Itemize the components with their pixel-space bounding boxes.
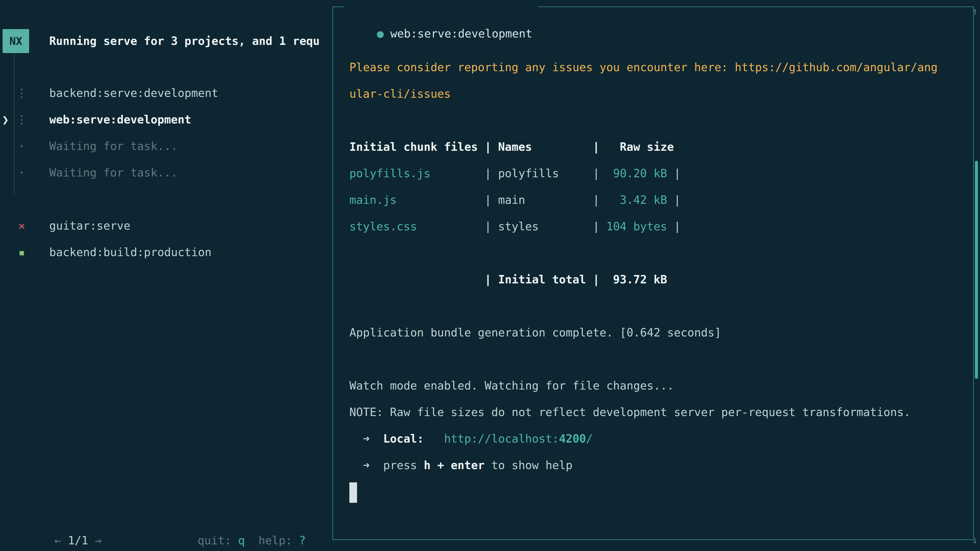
task-status-icon: ⋮ xyxy=(12,106,31,133)
terminal-line xyxy=(349,346,963,372)
terminal-line xyxy=(349,478,963,505)
task-item-backend-serve-development[interactable]: ⋮backend:serve:development xyxy=(0,80,332,106)
terminal-text: Please consider reporting any issues you… xyxy=(349,61,938,74)
terminal-text: styles.css xyxy=(349,220,417,233)
terminal-text: ➜ xyxy=(349,432,383,445)
nx-logo: NX xyxy=(3,29,29,53)
terminal-line: NOTE: Raw file sizes do not reflect deve… xyxy=(349,399,963,426)
terminal-text: 3.42 kB xyxy=(620,193,667,206)
keyboard-shortcuts: quit: q help: ? xyxy=(157,501,306,527)
panel-title-text: web:serve:development xyxy=(390,27,532,40)
panel-title: ●web:serve:development xyxy=(344,0,538,21)
terminal-text: | xyxy=(667,167,681,180)
page-indicator: 1/1 xyxy=(61,534,95,547)
terminal-text: | xyxy=(667,193,681,206)
task-label: web:serve:development xyxy=(49,113,191,126)
terminal-text: 104 bytes xyxy=(606,220,667,233)
terminal-text: h + enter xyxy=(424,459,484,472)
task-label: Waiting for task... xyxy=(49,140,178,152)
terminal-text: polyfills.js xyxy=(349,167,431,180)
task-list: ⋮backend:serve:development❯⋮web:serve:de… xyxy=(0,80,332,265)
quit-key: q xyxy=(238,534,245,547)
terminal-line: ➜ Local: http://localhost:4200/ xyxy=(349,426,963,452)
scrollbar-thumb[interactable] xyxy=(975,161,978,379)
task-status-icon: ✕ xyxy=(12,213,31,239)
terminal-text: ular-cli/issues xyxy=(349,87,451,100)
task-label: guitar:serve xyxy=(49,219,130,232)
help-label: help: xyxy=(259,534,299,547)
quit-label: quit: xyxy=(197,534,238,547)
run-summary-title: Running serve for 3 projects, and 1 requ xyxy=(49,28,320,54)
local-url-link[interactable]: / xyxy=(586,432,593,445)
terminal-line: Watch mode enabled. Watching for file ch… xyxy=(349,372,963,399)
nx-tui-terminal: { "logo": { "text": "NX" }, "header": { … xyxy=(0,0,980,551)
terminal-text: | polyfills | xyxy=(431,167,613,180)
terminal-line xyxy=(349,240,963,266)
terminal-line xyxy=(349,107,963,134)
task-item-waiting-for-task[interactable]: ·Waiting for task... xyxy=(0,159,332,186)
task-sidebar: NX Running serve for 3 projects, and 1 r… xyxy=(0,0,332,551)
local-url-link[interactable]: 4200 xyxy=(559,432,586,445)
terminal-text: | main | xyxy=(396,193,620,206)
scroll-down-arrow-icon[interactable]: ↓ xyxy=(970,529,980,551)
terminal-line xyxy=(349,293,963,319)
task-status-icon: ▪ xyxy=(12,239,31,265)
task-item-web-serve-development[interactable]: ❯⋮web:serve:development xyxy=(0,106,332,133)
task-label: Waiting for task... xyxy=(49,166,178,179)
status-dot-icon: ● xyxy=(377,27,384,40)
task-item-guitar-serve[interactable]: ✕guitar:serve xyxy=(0,213,332,239)
terminal-text: Local: xyxy=(383,432,424,445)
terminal-text: 90.20 kB xyxy=(613,167,667,180)
task-label: backend:serve:development xyxy=(49,86,218,100)
terminal-line: ular-cli/issues xyxy=(349,81,963,107)
terminal-text xyxy=(424,432,444,445)
task-label: backend:build:production xyxy=(49,246,212,259)
terminal-text: | Initial total | 93.72 kB xyxy=(349,273,667,286)
task-status-icon: ⋮ xyxy=(12,80,31,106)
terminal-text: main.js xyxy=(349,193,396,206)
terminal-text: | xyxy=(667,220,681,233)
pagination: ← 1/1 → xyxy=(14,501,102,527)
output-panel: ●web:serve:development Please consider r… xyxy=(332,6,974,540)
selected-pointer-icon: ❯ xyxy=(2,106,9,133)
page-next-arrow-icon[interactable]: → xyxy=(95,534,102,547)
terminal-cursor xyxy=(349,483,357,503)
terminal-text: Watch mode enabled. Watching for file ch… xyxy=(349,379,674,392)
terminal-line: polyfills.js | polyfills | 90.20 kB | xyxy=(349,160,963,187)
task-status-icon: · xyxy=(12,133,31,159)
local-url-link[interactable]: http://localhost: xyxy=(444,432,559,445)
terminal-text: to show help xyxy=(485,459,573,472)
terminal-line: | Initial total | 93.72 kB xyxy=(349,266,963,293)
terminal-text: | styles | xyxy=(417,220,606,233)
terminal-text: ➜ press xyxy=(349,459,424,472)
terminal-output: Please consider reporting any issues you… xyxy=(333,7,973,505)
terminal-text: Application bundle generation complete. … xyxy=(349,326,721,339)
terminal-line: Initial chunk files | Names | Raw size xyxy=(349,134,963,160)
sidebar-bottom-bar: ← 1/1 → quit: q help: ? xyxy=(14,501,306,527)
page-prev-arrow-icon[interactable]: ← xyxy=(54,534,61,547)
terminal-line: Please consider reporting any issues you… xyxy=(349,54,963,81)
shortcut-separator xyxy=(245,534,259,547)
terminal-line: ➜ press h + enter to show help xyxy=(349,452,963,478)
task-item-backend-build-production[interactable]: ▪backend:build:production xyxy=(0,239,332,265)
task-status-icon: · xyxy=(12,159,31,186)
scroll-up-arrow-icon[interactable]: ↑ xyxy=(970,0,980,22)
terminal-text: NOTE: Raw file sizes do not reflect deve… xyxy=(349,406,911,419)
terminal-line: main.js | main | 3.42 kB | xyxy=(349,187,963,213)
task-item-waiting-for-task[interactable]: ·Waiting for task... xyxy=(0,133,332,159)
terminal-line: Application bundle generation complete. … xyxy=(349,319,963,346)
terminal-line: styles.css | styles | 104 bytes | xyxy=(349,213,963,240)
help-key: ? xyxy=(299,534,306,547)
terminal-text: Initial chunk files | Names | Raw size xyxy=(349,140,674,153)
